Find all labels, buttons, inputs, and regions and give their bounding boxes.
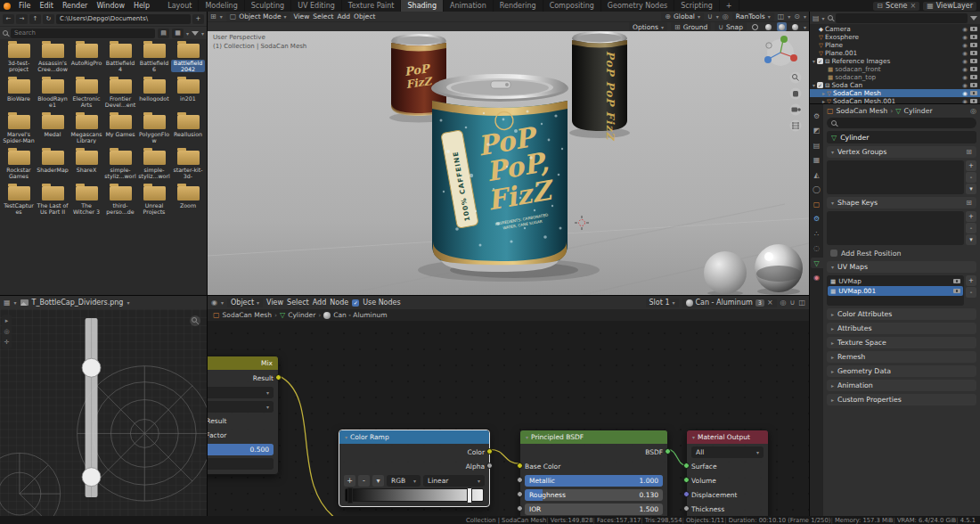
- parent-dir-button[interactable]: ↑: [29, 14, 41, 24]
- display-settings-chevron-icon[interactable]: ▾: [186, 30, 189, 37]
- properties-tab-output[interactable]: ▤: [811, 140, 823, 151]
- properties-tab-tool[interactable]: ⚙: [811, 111, 823, 121]
- properties-tab-scene[interactable]: ◭: [811, 169, 823, 180]
- add-workspace-button[interactable]: +: [720, 0, 739, 12]
- hide-eye-icon[interactable]: ◉: [962, 50, 968, 57]
- collapse-icon[interactable]: ▾: [345, 434, 347, 440]
- uv-map-row-selected[interactable]: ▦UVMap.001: [828, 286, 963, 296]
- soda-can-right[interactable]: PoP PoP FizZ: [569, 31, 630, 142]
- hide-eye-icon[interactable]: ◉: [962, 66, 968, 73]
- socket-ior-input[interactable]: [517, 505, 523, 512]
- socket-result-output[interactable]: [275, 374, 282, 381]
- outliner-item-sodacan-mesh001[interactable]: ▸▽SodaCan Mesh.001◉: [810, 97, 980, 103]
- filter-icon[interactable]: [192, 31, 199, 36]
- folder-item[interactable]: The Last of Us Part II: [36, 186, 69, 216]
- render-visibility-icon[interactable]: [970, 35, 977, 40]
- tab-modeling[interactable]: Modeling: [199, 0, 244, 12]
- tab-geometry-nodes[interactable]: Geometry Nodes: [601, 0, 674, 12]
- outliner-search-input[interactable]: [836, 13, 968, 23]
- scene-selector[interactable]: ⊟Scene×: [873, 2, 919, 11]
- render-visibility-icon[interactable]: [970, 99, 977, 103]
- select-tool-icon[interactable]: ▸: [5, 317, 9, 324]
- tab-layout[interactable]: Layout: [161, 0, 199, 12]
- tab-shading[interactable]: Shading: [401, 0, 444, 12]
- properties-tab-particles[interactable]: ∴: [811, 228, 823, 239]
- socket-alpha-output[interactable]: [486, 463, 493, 469]
- ramp-stop-black[interactable]: [347, 487, 353, 504]
- color-mode-dropdown[interactable]: RGB▾: [387, 475, 421, 487]
- path-input[interactable]: [56, 14, 191, 24]
- chevron-down-icon[interactable]: ▾: [127, 299, 129, 306]
- use-nodes-checkbox[interactable]: ✓: [352, 299, 359, 307]
- pin-icon[interactable]: ◎: [780, 299, 787, 307]
- chevron-down-icon[interactable]: ▾: [716, 13, 719, 20]
- mix-blend-mode-dropdown[interactable]: Mix▾: [208, 401, 274, 413]
- snap-magnet-icon[interactable]: ∪: [707, 12, 713, 20]
- chevron-down-icon[interactable]: ▾: [788, 13, 790, 20]
- new-folder-button[interactable]: +: [192, 14, 204, 24]
- vertex-groups-list[interactable]: [827, 160, 964, 194]
- properties-tab-render[interactable]: ◩: [811, 126, 823, 136]
- render-visibility-icon[interactable]: [970, 83, 977, 88]
- factor-slider[interactable]: Factor0.500: [208, 444, 274, 455]
- socket-volume-input[interactable]: [683, 477, 690, 483]
- hide-eye-icon[interactable]: ◉: [962, 98, 968, 104]
- socket-base-color-input[interactable]: [517, 463, 523, 469]
- properties-tab-object-data[interactable]: ▽: [811, 258, 823, 268]
- menu-render[interactable]: Render: [58, 0, 92, 12]
- section-animation[interactable]: ▸Animation: [827, 380, 976, 391]
- forward-button[interactable]: →: [16, 14, 28, 24]
- socket-surface-input[interactable]: [683, 463, 690, 469]
- interpolation-dropdown[interactable]: Linear▾: [423, 475, 485, 487]
- render-camera-icon[interactable]: [953, 279, 960, 284]
- ior-field[interactable]: IOR1.500: [525, 504, 663, 515]
- color-ramp-gradient[interactable]: [345, 488, 484, 502]
- outliner-item-reference-images[interactable]: ▾✓⊟Reference Images◉: [810, 57, 980, 65]
- zoom-gizmo-icon[interactable]: [190, 315, 200, 326]
- tab-rendering[interactable]: Rendering: [494, 0, 543, 12]
- material-selector[interactable]: Can - Aluminum 3 ×: [682, 299, 777, 307]
- folder-item[interactable]: Rockstar Games: [2, 151, 36, 180]
- outliner-item-sodacan-top[interactable]: ▦sodacan_top◉: [810, 73, 980, 81]
- back-button[interactable]: ←: [3, 14, 14, 24]
- tab-uv-editing[interactable]: UV Editing: [291, 0, 342, 12]
- folder-item[interactable]: Zoom: [171, 186, 205, 216]
- folder-item[interactable]: BioWare: [2, 79, 36, 109]
- tab-compositing[interactable]: Compositing: [543, 0, 601, 12]
- shape-key-specials-icon[interactable]: ▾: [966, 234, 976, 245]
- properties-search[interactable]: [827, 118, 976, 128]
- render-visibility-icon[interactable]: [970, 43, 977, 48]
- menu-add[interactable]: Add: [313, 299, 327, 307]
- menu-help[interactable]: Help: [129, 0, 154, 12]
- folder-item[interactable]: ShareX: [69, 151, 103, 180]
- add-shape-key-button[interactable]: +: [966, 211, 976, 222]
- chevron-down-icon[interactable]: ▾: [804, 13, 806, 20]
- add-stop-button[interactable]: +: [344, 475, 355, 487]
- render-visibility-icon[interactable]: [970, 91, 977, 96]
- display-thumbnails-icon[interactable]: ▦: [172, 29, 184, 38]
- shape-keys-list[interactable]: [827, 211, 964, 245]
- zoom-gizmo-icon[interactable]: [790, 72, 802, 84]
- node-mix[interactable]: ▾Mix Result Color▾ Mix▾ Clamp Result ✓Cl…: [208, 356, 279, 475]
- outliner-item-plane[interactable]: ▽Plane◉: [810, 41, 980, 49]
- render-visibility-icon[interactable]: [970, 59, 977, 64]
- remove-stop-button[interactable]: -: [358, 475, 370, 487]
- filter-icon[interactable]: [970, 16, 977, 20]
- shading-chevron-icon[interactable]: ▾: [804, 24, 806, 30]
- render-visibility-icon[interactable]: [970, 67, 977, 72]
- section-texture-space[interactable]: ▸Texture Space: [827, 337, 976, 348]
- ground-menu[interactable]: ⊞Ground: [671, 22, 711, 31]
- properties-tab-material[interactable]: ◉: [811, 273, 823, 283]
- mix-a-field[interactable]: [208, 458, 274, 470]
- image-name[interactable]: T_BottleCap_Dividers.png: [32, 299, 124, 307]
- folder-item[interactable]: Megascans Library: [69, 115, 103, 144]
- overlays-icon[interactable]: ◫: [778, 12, 785, 20]
- socket-color-output[interactable]: [486, 448, 493, 454]
- shading-rendered-button[interactable]: [790, 22, 800, 31]
- folder-item[interactable]: simple-styliz...world: [137, 151, 171, 180]
- hide-eye-icon[interactable]: ◉: [962, 58, 968, 65]
- folder-item[interactable]: ShaderMap: [36, 151, 69, 180]
- collapse-icon[interactable]: ▾: [692, 434, 695, 440]
- perspective-gizmo-icon[interactable]: [790, 120, 802, 132]
- section-attributes[interactable]: ▸Attributes: [827, 323, 976, 334]
